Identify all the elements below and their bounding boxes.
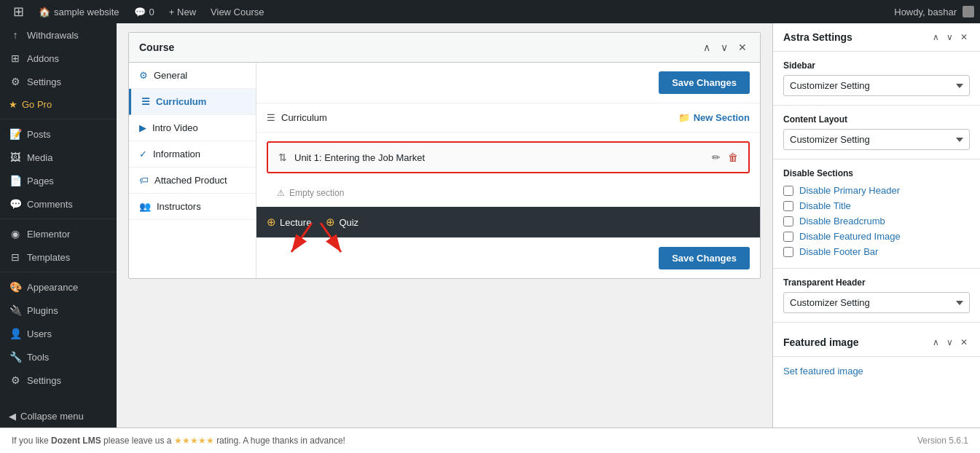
collapse-label: Collapse menu <box>20 411 84 422</box>
new-link[interactable]: + New <box>162 0 203 23</box>
sidebar-item-templates[interactable]: ⊟ Templates <box>0 245 117 269</box>
astra-close-button[interactable]: ✕ <box>958 31 970 44</box>
course-panel-title: Course <box>139 42 174 53</box>
sidebar-item-label: Comments <box>27 199 73 210</box>
elementor-icon: ◉ <box>9 228 22 240</box>
save-changes-top-button[interactable]: Save Changes <box>659 71 750 94</box>
sidebar-item-posts[interactable]: 📝 Posts <box>0 122 117 146</box>
sidebar-item-withdrawals[interactable]: ↑ Withdrawals <box>0 23 117 47</box>
disable-primary-header-label[interactable]: Disable Primary Header <box>799 185 900 196</box>
sidebar-item-gopro[interactable]: ★ Go Pro <box>0 93 117 116</box>
sidebar-item-label: Users <box>27 328 52 339</box>
sidebar-item-appearance[interactable]: 🎨 Appearance <box>0 275 117 299</box>
sort-icon: ⇅ <box>278 151 287 163</box>
unit-delete-button[interactable]: 🗑 <box>728 151 738 163</box>
sidebar-setting-select[interactable]: Customizer Setting Default Left Sidebar … <box>783 75 970 96</box>
sidebar-item-settings[interactable]: ⚙ Settings <box>0 70 117 93</box>
footer-stars: ★★★★★ <box>174 436 214 446</box>
transparent-header-select[interactable]: Customizer Setting Default Enable Disabl… <box>783 292 970 313</box>
disable-title-label[interactable]: Disable Title <box>799 200 851 211</box>
content-layout-select[interactable]: Customizer Setting Default Full Width Na… <box>783 129 970 150</box>
disable-item-title: Disable Title <box>783 198 970 213</box>
disable-footer-bar-label[interactable]: Disable Footer Bar <box>799 246 878 257</box>
footer-prefix: If you like <box>12 436 51 446</box>
sidebar-item-label: Media <box>27 152 52 163</box>
disable-featured-image-label[interactable]: Disable Featured Image <box>799 231 901 242</box>
set-featured-image-link[interactable]: Set featured image <box>783 366 863 377</box>
disable-sections-label: Disable Sections <box>783 168 970 178</box>
panel-collapse-up-button[interactable]: ∧ <box>700 40 713 55</box>
unit-edit-button[interactable]: ✏ <box>712 151 721 163</box>
sidebar-item-pages[interactable]: 📄 Pages <box>0 169 117 192</box>
panel-collapse-down-button[interactable]: ∨ <box>718 40 731 55</box>
site-name[interactable]: 🏠 sample website <box>31 0 127 23</box>
main-content: Course ∧ ∨ ✕ ⚙ General ☰ Curriculum <box>117 23 772 428</box>
new-section-button[interactable]: 📁 New Section <box>678 112 750 123</box>
disable-item-footer-bar: Disable Footer Bar <box>783 244 970 259</box>
curriculum-icon: ☰ <box>141 96 150 107</box>
collapse-menu-button[interactable]: ◀ Collapse menu <box>0 405 117 428</box>
disable-breadcrumb-checkbox[interactable] <box>783 216 793 227</box>
featured-image-header: Featured image ∧ ∨ ✕ <box>773 328 980 357</box>
attached-product-icon: 🏷 <box>139 175 149 186</box>
sidebar-item-label: Templates <box>27 252 70 263</box>
footer-version: Version 5.6.1 <box>917 436 968 446</box>
featured-image-section: Set featured image <box>773 357 980 385</box>
disable-featured-image-checkbox[interactable] <box>783 232 793 242</box>
astra-collapse-up-button[interactable]: ∧ <box>930 31 941 44</box>
disable-title-checkbox[interactable] <box>783 201 793 211</box>
sidebar-setting-section: Sidebar Customizer Setting Default Left … <box>773 52 980 106</box>
unit-item-actions: ✏ 🗑 <box>712 151 738 163</box>
curriculum-title-area: ☰ Curriculum <box>267 112 327 123</box>
sidebar-item-comments[interactable]: 💬 Comments <box>0 192 117 216</box>
course-nav: ⚙ General ☰ Curriculum ▶ Intro Video ✓ I… <box>129 63 256 278</box>
instructors-icon: 👥 <box>139 201 151 212</box>
panel-header-controls: ∧ ∨ ✕ <box>700 40 750 55</box>
featured-image-title: Featured image <box>783 336 858 348</box>
sidebar-setting-label: Sidebar <box>783 60 970 71</box>
add-quiz-button[interactable]: ⊕ Quiz <box>326 216 358 229</box>
add-buttons-bar: ⊕ Lecture ⊕ Quiz <box>256 207 760 237</box>
nav-item-intro-video[interactable]: ▶ Intro Video <box>129 115 256 141</box>
view-course-link[interactable]: View Course <box>203 0 271 23</box>
sidebar-item-addons[interactable]: ⊞ Addons <box>0 47 117 70</box>
sidebar-item-tools[interactable]: 🔧 Tools <box>0 345 117 369</box>
comments-link[interactable]: 💬 0 <box>127 0 162 23</box>
add-lecture-button[interactable]: ⊕ Lecture <box>267 216 311 229</box>
featured-image-collapse-up[interactable]: ∧ <box>930 336 941 349</box>
nav-item-general[interactable]: ⚙ General <box>129 63 256 89</box>
curriculum-list-icon: ☰ <box>267 112 275 123</box>
panel-close-button[interactable]: ✕ <box>735 40 750 55</box>
nav-item-curriculum[interactable]: ☰ Curriculum <box>129 89 256 115</box>
transparent-header-section: Transparent Header Customizer Setting De… <box>773 269 980 323</box>
nav-item-information[interactable]: ✓ Information <box>129 141 256 168</box>
sidebar-item-users[interactable]: 👤 Users <box>0 322 117 345</box>
sidebar-item-label: Appearance <box>27 282 78 293</box>
featured-image-controls: ∧ ∨ ✕ <box>930 336 970 349</box>
astra-settings-controls: ∧ ∨ ✕ <box>930 31 970 44</box>
disable-footer-bar-checkbox[interactable] <box>783 247 793 257</box>
unit-item-title: Unit 1: Entering the Job Market <box>294 152 425 163</box>
content-layout-label: Content Layout <box>783 114 970 125</box>
nav-item-instructors[interactable]: 👥 Instructors <box>129 194 256 220</box>
sidebar-item-settings2[interactable]: ⚙ Settings <box>0 369 117 392</box>
save-changes-bottom-button[interactable]: Save Changes <box>659 247 750 269</box>
featured-image-collapse-down[interactable]: ∨ <box>944 336 955 349</box>
course-content: Save Changes ☰ Curriculum 📁 New Section <box>256 63 760 278</box>
curriculum-label: Curriculum <box>281 112 327 123</box>
disable-breadcrumb-label[interactable]: Disable Breadcrumb <box>799 216 885 227</box>
add-lecture-label: Lecture <box>280 217 311 228</box>
sidebar-item-plugins[interactable]: 🔌 Plugins <box>0 299 117 322</box>
astra-collapse-down-button[interactable]: ∨ <box>944 31 955 44</box>
featured-image-close[interactable]: ✕ <box>958 336 970 349</box>
footer-brand: Dozent LMS <box>51 436 101 446</box>
disable-primary-header-checkbox[interactable] <box>783 186 793 196</box>
sidebar-item-elementor[interactable]: ◉ Elementor <box>0 222 117 245</box>
tools-icon: 🔧 <box>9 351 22 363</box>
wp-logo[interactable]: ⊞ <box>6 0 31 23</box>
withdrawals-icon: ↑ <box>9 29 22 41</box>
nav-item-attached-product[interactable]: 🏷 Attached Product <box>129 168 256 194</box>
disable-item-primary-header: Disable Primary Header <box>783 183 970 198</box>
collapse-icon: ◀ <box>9 411 16 422</box>
sidebar-item-media[interactable]: 🖼 Media <box>0 146 117 169</box>
